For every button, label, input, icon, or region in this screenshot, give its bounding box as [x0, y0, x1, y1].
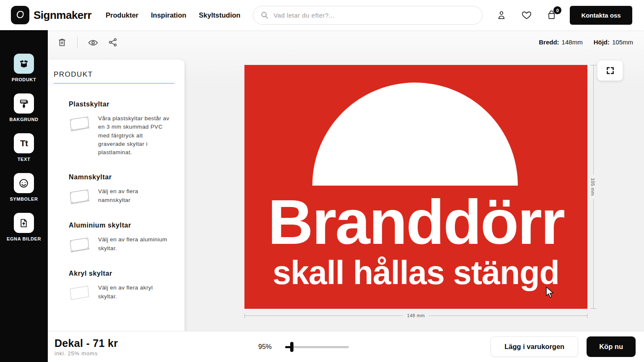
product-option-title: Aluminium skyltar — [69, 222, 174, 229]
account-button[interactable] — [496, 10, 507, 21]
search-bar[interactable] — [253, 6, 483, 25]
product-option-title: Akryl skyltar — [69, 270, 174, 277]
height-readout: Höjd:105mm — [594, 39, 633, 46]
dimension-tick — [590, 65, 597, 65]
sidebar-item-label: EGNA BILDER — [7, 236, 41, 241]
logo-blob-icon — [11, 6, 29, 24]
mouse-cursor — [545, 286, 555, 300]
sidebar-item-label: PRODUKT — [12, 77, 36, 82]
dimension-line — [245, 315, 403, 316]
sidebar-item-text[interactable]: Tt TEXT — [14, 133, 34, 162]
main-nav: Produkter Inspiration Skyltstudion — [106, 11, 240, 19]
brand-logo[interactable]: Signmakerr — [11, 6, 91, 24]
nav-skyltstudion[interactable]: Skyltstudion — [199, 11, 240, 19]
product-option-title: Plastskyltar — [69, 101, 174, 108]
canvas-toolbar — [57, 37, 118, 48]
dimension-tick — [587, 313, 587, 318]
cart-button[interactable]: 0 — [546, 10, 557, 21]
preview-button[interactable] — [88, 37, 98, 47]
width-dimension-label: 148 mm — [403, 313, 429, 318]
product-option-description: Välj en av flera akryl skyltar. — [98, 284, 169, 301]
height-dimension-label: 105 mm — [590, 175, 595, 199]
panel-title: PRODUKT — [54, 70, 174, 84]
contact-button[interactable]: Kontakta oss — [570, 6, 632, 25]
sidebar-item-produkt[interactable]: PRODUKT — [12, 54, 36, 82]
height-dimension-guide: 105 mm — [590, 65, 603, 309]
width-readout: Bredd:148mm — [539, 39, 582, 46]
product-option-description: Våra plastskyltar består av en 3 mm skum… — [98, 114, 169, 157]
dimension-line — [429, 315, 587, 316]
trash-icon — [57, 37, 67, 47]
tool-sidebar: PRODUKT BAKGRUND Tt TEXT — [0, 30, 48, 362]
share-button[interactable] — [108, 37, 118, 47]
zoom-slider-thumb[interactable] — [290, 342, 293, 352]
sidebar-item-symboler[interactable]: SYMBOLER — [10, 173, 38, 202]
paint-roller-icon — [14, 93, 34, 114]
sign-title-text[interactable]: Branddörr — [244, 191, 587, 253]
box-icon — [14, 54, 34, 74]
price-block: Dekal - 71 kr inkl. 25% moms — [55, 337, 258, 357]
product-option-namnskyltar[interactable]: Namnskyltar Välj en av flera namnskyltar — [54, 173, 174, 205]
product-option-plastskyltar[interactable]: Plastskyltar Våra plastskyltar består av… — [54, 101, 174, 157]
zoom-slider-track[interactable] — [285, 346, 349, 348]
product-price: Dekal - 71 kr — [55, 337, 258, 349]
cart-count-badge: 0 — [553, 6, 561, 14]
zoom-controls: 95% — [258, 342, 349, 352]
text-icon: Tt — [14, 133, 34, 153]
eye-icon — [88, 37, 99, 48]
purchase-buttons: Lägg i varukorgen Köp nu — [491, 336, 636, 357]
sign-canvas[interactable]: Branddörr skall hållas stängd — [244, 65, 587, 309]
favorites-button[interactable] — [521, 10, 532, 21]
sidebar-item-egna-bilder[interactable]: EGNA BILDER — [7, 213, 41, 241]
product-option-description: Välj en av flera aluminium skyltar. — [98, 235, 169, 253]
sign-subtitle-text[interactable]: skall hållas stängd — [244, 256, 587, 289]
buy-now-button[interactable]: Köp nu — [587, 336, 636, 357]
brand-name: Signmakerr — [34, 9, 91, 22]
product-option-description: Välj en av flera namnskyltar — [98, 187, 169, 204]
product-option-akryl[interactable]: Akryl skyltar Välj en av flera akryl sky… — [54, 270, 174, 301]
search-input[interactable] — [273, 12, 475, 19]
sidebar-item-bakgrund[interactable]: BAKGRUND — [10, 93, 39, 122]
toolbar-divider — [77, 37, 78, 48]
dimension-tick — [590, 308, 597, 309]
product-option-title: Namnskyltar — [69, 173, 174, 181]
sidebar-item-label: SYMBOLER — [10, 197, 38, 202]
vat-note: inkl. 25% moms — [55, 350, 258, 357]
sign-thumbnail-icon — [69, 284, 91, 301]
sidebar-item-label: BAKGRUND — [10, 117, 39, 122]
fullscreen-icon — [606, 66, 615, 75]
sign-thumbnail-icon — [69, 115, 91, 132]
dimensions-readout: Bredd:148mm Höjd:105mm — [539, 39, 633, 46]
width-dimension-guide: 148 mm — [244, 312, 587, 319]
zoom-level: 95% — [258, 343, 272, 351]
header-icons: 0 — [496, 10, 557, 21]
add-to-cart-button[interactable]: Lägg i varukorgen — [491, 336, 578, 357]
top-navbar: Signmakerr Produkter Inspiration Skyltst… — [0, 0, 644, 30]
nav-produkter[interactable]: Produkter — [106, 11, 138, 19]
product-panel-body: PRODUKT Plastskyltar Våra plastskyltar b… — [48, 59, 184, 339]
sign-thumbnail-icon — [69, 236, 91, 253]
product-panel: PRODUKT Plastskyltar Våra plastskyltar b… — [48, 59, 184, 359]
delete-button[interactable] — [57, 37, 67, 47]
bottom-action-bar: Dekal - 71 kr inkl. 25% moms 95% Lägg i … — [48, 331, 644, 362]
dome-symbol[interactable] — [312, 83, 518, 186]
nav-inspiration[interactable]: Inspiration — [151, 11, 186, 19]
smiley-icon — [14, 173, 34, 193]
sidebar-item-label: TEXT — [18, 157, 31, 162]
search-icon — [260, 10, 269, 20]
user-icon — [496, 10, 507, 21]
share-icon — [108, 37, 118, 47]
sign-thumbnail-icon — [69, 188, 91, 205]
file-upload-icon — [14, 213, 34, 233]
zoom-slider[interactable] — [285, 342, 349, 352]
heart-icon — [521, 10, 532, 21]
editor-workspace: PRODUKT BAKGRUND Tt TEXT — [0, 30, 644, 362]
product-option-aluminium[interactable]: Aluminium skyltar Välj en av flera alumi… — [54, 222, 174, 253]
